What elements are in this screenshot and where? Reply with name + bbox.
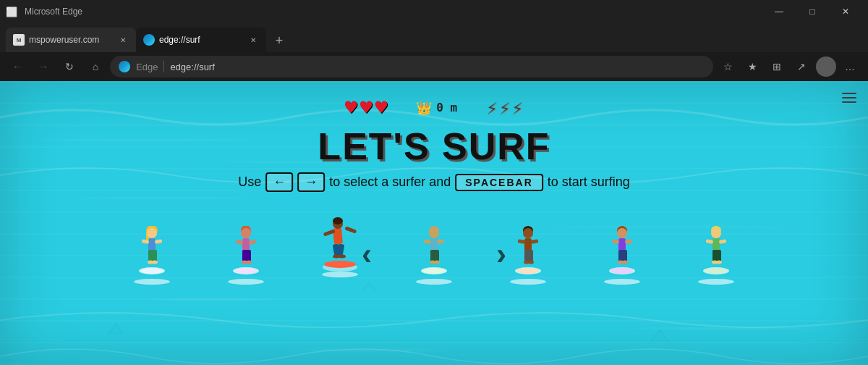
svg-point-11 (140, 268, 163, 274)
surfer-7-svg (702, 226, 730, 280)
score-text: 0 m (436, 101, 457, 114)
collections-button[interactable]: ★ (741, 55, 764, 78)
heart-1: ♥ (345, 96, 357, 119)
surfers-row (0, 222, 868, 285)
svg-rect-62 (622, 250, 627, 261)
share-button[interactable]: ↗ (790, 55, 813, 78)
svg-point-22 (234, 268, 258, 274)
titlebar: ⬜ Microsoft Edge — □ ✕ (0, 0, 868, 23)
navbar: ← → ↻ ⌂ Edge edge://surf ☆ ★ ⊞ ↗ … (0, 52, 868, 81)
home-button[interactable]: ⌂ (84, 55, 107, 78)
minimize-button[interactable]: — (762, 0, 796, 23)
url-text: edge://surf (170, 62, 214, 72)
right-key-box[interactable]: → (297, 172, 325, 192)
wave-line-5 (145, 298, 275, 301)
close-button[interactable]: ✕ (829, 0, 862, 23)
svg-rect-71 (719, 239, 727, 244)
wave-line-3 (72, 197, 253, 199)
surfer-6-shadow (604, 279, 640, 285)
svg-rect-7 (152, 250, 157, 261)
svg-rect-29 (344, 226, 357, 233)
spacebar-key-box[interactable]: SPACEBAR (455, 174, 543, 191)
menu-line-1 (842, 93, 856, 94)
svg-point-35 (429, 228, 439, 238)
surfer-5[interactable] (510, 226, 546, 285)
svg-rect-73 (716, 250, 721, 261)
svg-rect-36 (430, 238, 438, 251)
hearts-display: ♥ ♥ ♥ (345, 96, 388, 119)
tabbar: M mspoweruser.com ✕ edge://surf ✕ + (0, 23, 868, 52)
tab-mspoweruser[interactable]: M mspoweruser.com ✕ (6, 28, 136, 52)
surfer-3-svg (322, 215, 358, 273)
svg-rect-51 (528, 250, 533, 261)
surfer-5-shadow (510, 279, 546, 285)
svg-rect-58 (618, 238, 626, 251)
surfer-1[interactable] (134, 226, 170, 285)
wave-line-6 (629, 327, 832, 330)
profile-button[interactable] (814, 55, 838, 78)
surfer-7[interactable] (698, 226, 734, 285)
back-button[interactable]: ← (6, 55, 29, 78)
game-title: LET'S SURF (318, 125, 550, 168)
surfer-4-shadow (416, 279, 452, 285)
tab-close-edge-surf[interactable]: ✕ (247, 34, 259, 46)
instruction-prefix: Use (238, 175, 261, 190)
svg-point-55 (516, 268, 540, 274)
address-bar[interactable]: Edge edge://surf (110, 56, 713, 77)
svg-rect-40 (434, 250, 439, 261)
tab-favicon-edge (143, 34, 155, 46)
menu-line-2 (842, 97, 856, 98)
svg-rect-59 (612, 239, 620, 244)
instruction-suffix: to start surfing (548, 175, 630, 190)
svg-point-75 (716, 261, 722, 264)
svg-point-46 (523, 228, 533, 238)
left-key-box[interactable]: ← (265, 172, 293, 192)
surfer-2-shadow (228, 279, 264, 285)
svg-rect-15 (235, 240, 243, 245)
surfer-2-svg (232, 226, 260, 280)
svg-rect-69 (712, 238, 720, 251)
bolt-2: ⚡ (499, 97, 511, 119)
instruction-middle: to select a surfer and (329, 175, 451, 190)
game-menu-icon[interactable] (842, 93, 856, 103)
instructions: Use ← → to select a surfer and SPACEBAR … (238, 172, 630, 192)
svg-rect-14 (242, 238, 250, 251)
heart-2: ♥ (360, 96, 373, 119)
surfer-6[interactable] (604, 226, 640, 285)
forward-button[interactable]: → (32, 55, 55, 78)
game-container: ♥ ♥ ♥ 👑 0 m ⚡ ⚡ ⚡ LET'S SURF Use ← → to … (0, 81, 868, 365)
surfer-2[interactable] (228, 226, 264, 285)
svg-rect-16 (249, 240, 257, 245)
surfer-3[interactable] (322, 215, 358, 277)
refresh-button[interactable]: ↻ (58, 55, 81, 78)
heart-3: ♥ (375, 96, 387, 119)
more-button[interactable]: … (839, 55, 862, 78)
score-display: 👑 0 m (416, 100, 457, 115)
crown-icon: 👑 (416, 100, 432, 115)
tab-close-msp[interactable]: ✕ (117, 34, 129, 46)
titlebar-buttons: — □ ✕ (762, 0, 862, 23)
nav-actions: ☆ ★ ⊞ ↗ … (716, 55, 862, 78)
svg-rect-18 (246, 250, 251, 261)
titlebar-left: ⬜ Microsoft Edge (6, 7, 82, 17)
svg-rect-48 (518, 239, 526, 244)
titlebar-title: Microsoft Edge (25, 7, 82, 17)
svg-point-9 (152, 261, 158, 264)
bolts-display: ⚡ ⚡ ⚡ (486, 97, 523, 119)
surfer-1-shadow (134, 279, 170, 285)
tab-edge-surf[interactable]: edge://surf ✕ (136, 28, 266, 52)
favorites-button[interactable]: ☆ (716, 55, 739, 78)
new-tab-button[interactable]: + (269, 30, 289, 51)
surfer-3-shadow (322, 272, 358, 277)
svg-rect-49 (531, 239, 539, 244)
svg-point-57 (617, 228, 627, 238)
extensions-button[interactable]: ⊞ (765, 55, 788, 78)
edge-logo (119, 61, 130, 72)
svg-point-13 (241, 228, 251, 238)
surfer-4[interactable] (416, 226, 452, 285)
svg-point-2 (147, 228, 157, 238)
edge-label: Edge (136, 62, 158, 72)
bolt-3: ⚡ (512, 97, 524, 119)
maximize-button[interactable]: □ (796, 0, 829, 23)
surfer-6-svg (608, 226, 636, 280)
